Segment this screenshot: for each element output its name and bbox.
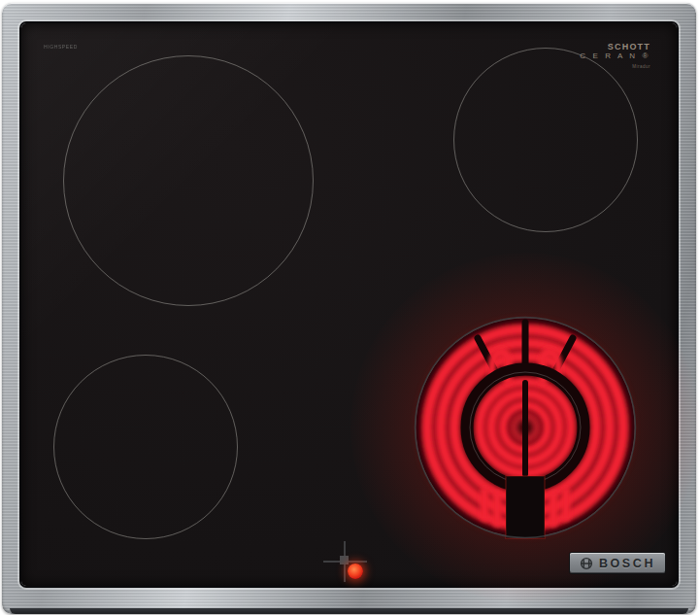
residual-heat-indicator-led: [348, 564, 363, 579]
cooking-zone-front-right-active-radiant-element: [399, 301, 651, 554]
cooking-zone-back-left: [63, 55, 314, 306]
bosch-anchor-emblem-icon: [580, 557, 593, 570]
cooking-zone-front-left: [53, 355, 238, 539]
frame-bottom-shadow-edge: [10, 608, 688, 614]
bosch-brand-label: BOSCH: [599, 557, 655, 570]
schott-logo-line1: SCHOTT: [580, 42, 650, 51]
product-photo-bosch-cooktop: { "glass_markings": { "model_text": "HIG…: [0, 0, 700, 615]
alignment-cross-center-square: [340, 556, 349, 564]
ceramic-glass-surface: HIGHSPEED SCHOTT C E R A N ® Miradur: [21, 23, 677, 586]
glass-print-model-text: HIGHSPEED: [44, 44, 78, 50]
element-stem: [506, 476, 545, 538]
cooking-zone-back-right: [453, 48, 638, 232]
bosch-brand-badge: BOSCH: [570, 553, 665, 573]
coil-center-dim: [505, 407, 546, 448]
